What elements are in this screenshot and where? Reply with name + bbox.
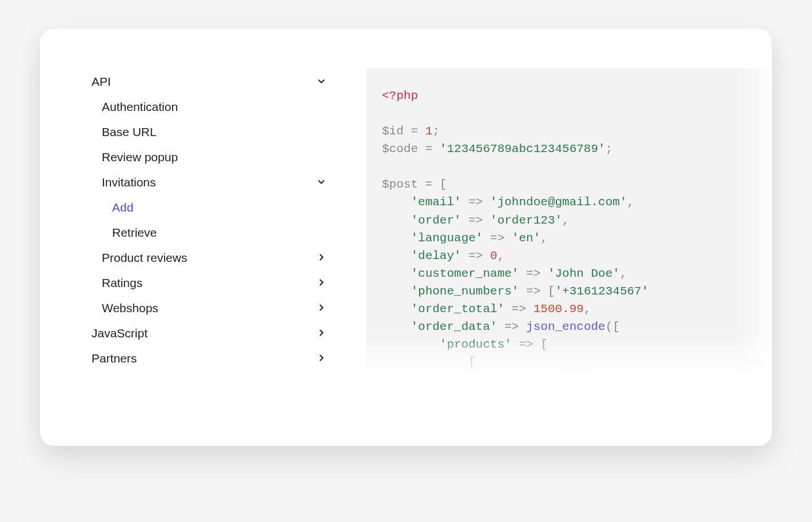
code-token: 'en' [512, 232, 540, 245]
code-token: => [497, 320, 526, 333]
chevron-right-icon [316, 327, 327, 338]
nav-item-partners[interactable]: Partners [91, 345, 332, 370]
nav-item-label: API [91, 75, 111, 87]
code-token: 'order' [411, 214, 461, 227]
code-token: '1234' [555, 373, 598, 377]
code-token: <?php [382, 89, 418, 102]
nav-item-label: Retrieve [112, 226, 157, 238]
code-token: '+3161234567' [555, 285, 648, 298]
code-token: 'email' [411, 196, 461, 209]
code-token: , [584, 302, 591, 316]
code-token: 'John Doe' [548, 267, 620, 280]
code-token: [ [382, 356, 476, 369]
nav-item-label: JavaScript [91, 327, 148, 339]
nav-item-javascript[interactable]: JavaScript [91, 320, 332, 345]
chevron-down-icon [316, 75, 327, 87]
chevron-right-icon [316, 252, 327, 263]
code-token: 'products' [440, 338, 512, 351]
nav-item-review-popup[interactable]: Review popup [91, 144, 332, 169]
code-token [382, 302, 411, 316]
nav-item-ratings[interactable]: Ratings [91, 270, 332, 295]
nav-item-invitations[interactable]: Invitations [91, 169, 332, 194]
nav-item-webshops[interactable]: Webshops [91, 295, 332, 320]
code-token: json_encode [526, 320, 606, 333]
code-token: '123456789abc123456789' [440, 142, 606, 156]
code-token: $code [382, 142, 418, 156]
nav-item-authentication[interactable]: Authentication [91, 94, 332, 119]
code-token: 'order_data' [411, 320, 497, 333]
code-token: = [418, 142, 440, 156]
nav-item-label: Authentication [102, 101, 178, 113]
code-token [382, 320, 411, 333]
code-block: <?php $id = 1; $code = '123456789abc1234… [382, 87, 772, 377]
code-token: 1 [425, 125, 433, 138]
nav-item-label: Product reviews [102, 252, 187, 264]
code-token [382, 338, 440, 351]
chevron-right-icon [316, 277, 327, 288]
code-token [382, 285, 411, 298]
code-token: => [461, 214, 490, 227]
chevron-right-icon [316, 302, 327, 313]
nav-item-label: Review popup [102, 151, 178, 163]
code-token: 'phone_numbers' [411, 285, 519, 298]
code-token [382, 232, 411, 245]
nav-item-retrieve[interactable]: Retrieve [91, 220, 332, 245]
nav-item-label: Add [112, 201, 133, 213]
code-token: $id [382, 125, 404, 138]
nav-item-label: Webshops [102, 302, 158, 314]
nav-item-base-url[interactable]: Base URL [91, 119, 332, 144]
documentation-card: APIAuthenticationBase URLReview popupInv… [40, 29, 772, 446]
code-token: 'id' [497, 373, 526, 377]
code-token: ; [432, 125, 440, 138]
code-token: 'delay' [411, 249, 461, 262]
code-token: , [627, 196, 635, 209]
code-token: = [404, 125, 425, 138]
code-token: => [526, 373, 555, 377]
code-panel: <?php $id = 1; $code = '123456789abc1234… [366, 69, 772, 377]
code-token: => [461, 196, 490, 209]
code-token: 'customer_name' [411, 267, 519, 280]
code-token: , [562, 214, 570, 227]
code-token: 'language' [411, 232, 483, 245]
nav-item-label: Ratings [102, 277, 142, 289]
code-token: => [ [519, 285, 555, 298]
code-token: 'johndoe@gmail.com' [490, 196, 627, 209]
code-token: => [504, 302, 533, 316]
code-token [382, 214, 411, 227]
nav-item-label: Base URL [102, 126, 157, 138]
nav-item-product-reviews[interactable]: Product reviews [91, 245, 332, 270]
code-token: => [483, 232, 511, 245]
code-token: , [540, 232, 548, 245]
chevron-down-icon [316, 176, 327, 188]
code-token: 1500.99 [534, 302, 584, 316]
code-token [382, 373, 497, 377]
nav-item-api[interactable]: API [91, 69, 332, 94]
code-token: 'order_total' [411, 302, 504, 316]
nav-item-label: Partners [91, 352, 137, 364]
code-token: => [ [512, 338, 548, 351]
code-token: => [461, 249, 490, 262]
chevron-right-icon [316, 352, 327, 364]
code-token: = [ [418, 178, 447, 191]
code-token: ([ [606, 320, 620, 333]
code-token: => [519, 267, 547, 280]
code-token: , [497, 249, 505, 262]
nav-item-add[interactable]: Add [91, 194, 332, 220]
code-token: 0 [490, 249, 497, 262]
code-token: , [620, 267, 627, 280]
nav-item-label: Invitations [102, 176, 156, 188]
code-token: $post [382, 178, 418, 191]
code-token: 'order123' [490, 214, 562, 227]
sidebar-nav: APIAuthenticationBase URLReview popupInv… [91, 69, 332, 446]
code-token [382, 267, 411, 280]
code-token [382, 196, 411, 209]
code-token [382, 249, 411, 262]
code-token: ; [606, 142, 613, 156]
